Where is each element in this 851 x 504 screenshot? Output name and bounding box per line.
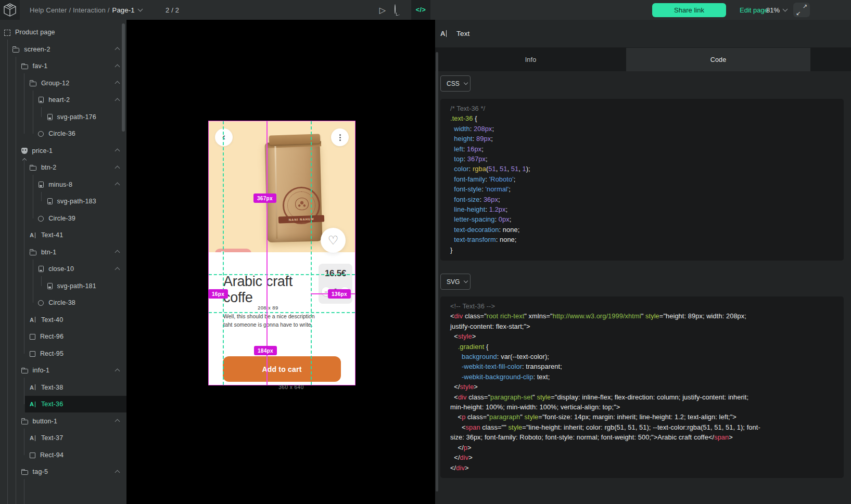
sidebar-item-heart-2[interactable]: heart-2 (0, 92, 126, 109)
text-layer-icon: A (440, 30, 447, 37)
frame-size-annotation: 360 x 640 (209, 384, 355, 390)
sidebar-scrollbar[interactable] (122, 23, 125, 132)
panel-scrollbar[interactable] (436, 52, 438, 492)
more-menu-button[interactable] (331, 128, 349, 146)
code-line: line-height: 1.2px; (450, 204, 834, 214)
chevron-up-icon[interactable] (115, 368, 120, 373)
layer-label: btn-1 (41, 249, 57, 256)
tab-code[interactable]: Code (626, 48, 810, 71)
sidebar-item-info-1[interactable]: info-1 (0, 362, 126, 379)
svg-format-select[interactable]: SVG (440, 274, 471, 290)
tab-bar-spacer (810, 48, 851, 71)
favorite-button[interactable]: ♡ (321, 228, 346, 253)
frame-icon (4, 30, 10, 36)
sidebar-item-svg-path-181[interactable]: svg-path-181 (0, 277, 126, 294)
sidebar-item-text-37[interactable]: AText-37 (0, 430, 126, 447)
chevron-up-icon[interactable] (115, 47, 120, 53)
inspect-panel: A Text Info Code CSS /* Text-36 */.text-… (435, 20, 851, 504)
layer-label: button-1 (33, 418, 57, 425)
chevron-up-icon[interactable] (115, 267, 120, 272)
sidebar-item-circle-38[interactable]: Circle-38 (0, 294, 126, 312)
sidebar-item-btn-2[interactable]: btn-2 (0, 159, 126, 176)
breadcrumb[interactable]: Help Center / Interaction / Page-1 (30, 0, 142, 20)
code-line: .gradient { (450, 342, 834, 352)
breadcrumb-prefix: Help Center / Interaction / (30, 6, 110, 14)
chevron-down-icon (463, 80, 467, 84)
chevron-up-icon[interactable] (115, 81, 120, 86)
measure-line (266, 121, 268, 385)
guide-line (223, 121, 224, 385)
sidebar-item-circle-36[interactable]: Circle-36 (0, 125, 126, 143)
sidebar-item-text-38[interactable]: AText-38 (0, 379, 126, 396)
sidebar-item-text-41[interactable]: AText-41 (0, 227, 126, 244)
layer-label: btn-2 (41, 164, 57, 171)
text-layer-icon: A (30, 435, 36, 442)
sidebar-item-btn-1[interactable]: btn-1 (0, 243, 126, 261)
sidebar-item-rect-94[interactable]: Rect-94 (0, 446, 126, 463)
layer-label: Group-12 (41, 80, 69, 87)
expand-icon: ↗ (803, 3, 807, 10)
layer-label: close-10 (48, 265, 74, 273)
chevron-up-icon[interactable] (115, 419, 120, 424)
fullscreen-button[interactable]: ↗ ↙ (793, 3, 810, 17)
code-line: size: 36px; font-family: Roboto; font-st… (450, 432, 834, 442)
coffee-bag-image: NANI NAHUM (263, 131, 325, 244)
sidebar-item-product page[interactable]: Product page (0, 24, 126, 41)
canvas[interactable]: NANI NAHUM ‹ Expresso ♡ Arabic craft cof… (126, 20, 435, 504)
layers-panel: Product pagescreen-2fav-1Group-12heart-2… (0, 20, 126, 504)
layer-label: svg-path-183 (57, 198, 96, 205)
sidebar-item-screen-2[interactable]: screen-2 (0, 41, 126, 58)
chevron-down-icon[interactable] (137, 6, 143, 11)
chevron-up-icon[interactable] (115, 149, 120, 154)
zoom-select[interactable]: 81% (766, 0, 787, 20)
breadcrumb-current[interactable]: Page-1 (112, 6, 135, 14)
edit-page-link[interactable]: Edit page (740, 0, 768, 20)
chevron-up-icon[interactable] (115, 64, 120, 69)
sidebar-item-price-1[interactable]: price-1 (0, 142, 126, 159)
css-format-select[interactable]: CSS (440, 75, 471, 92)
chevron-up-icon[interactable] (115, 98, 120, 103)
chevron-up-icon[interactable] (115, 470, 120, 475)
chevron-up-icon[interactable] (115, 165, 120, 171)
code-line: justify-content: flex-start;"> (450, 321, 834, 331)
chevron-up-icon[interactable] (115, 183, 120, 188)
play-button[interactable]: ▷ (375, 0, 390, 20)
sidebar-item-text-36[interactable]: AText-36 (0, 396, 126, 413)
code-line: .text-36 { (450, 113, 834, 123)
sidebar-item-tag-5[interactable]: tag-5 (0, 463, 126, 481)
sidebar-item-svg-path-176[interactable]: svg-path-176 (0, 108, 126, 125)
measure-badge: 184px (254, 346, 277, 355)
sidebar-item-circle-39[interactable]: Circle-39 (0, 210, 126, 227)
expand-icon: ↙ (796, 10, 801, 17)
circle-shape-icon (38, 131, 44, 137)
layer-label: heart-2 (48, 96, 70, 104)
tab-info[interactable]: Info (435, 48, 626, 71)
svg-code-block: <!-- Text-36 --><div class="root rich-te… (440, 296, 844, 478)
css-select-value: CSS (447, 80, 460, 87)
text-layer-icon: A (30, 316, 36, 323)
sidebar-item-rect-95[interactable]: Rect-95 (0, 345, 126, 362)
share-link-button[interactable]: Share link (652, 3, 726, 17)
sidebar-item-button-1[interactable]: button-1 (0, 412, 126, 430)
sidebar-item-rect-96[interactable]: Rect-96 (0, 328, 126, 345)
sidebar-item-close-10[interactable]: close-10 (0, 261, 126, 278)
rect-shape-icon (30, 351, 35, 357)
code-view-button[interactable]: </> (411, 0, 430, 20)
sidebar-item-fav-1[interactable]: fav-1 (0, 58, 126, 75)
comment-button[interactable] (395, 5, 406, 15)
sidebar-item-svg-path-183[interactable]: svg-path-183 (0, 193, 126, 210)
back-button[interactable]: ‹ (215, 128, 233, 146)
app-logo[interactable] (0, 0, 20, 20)
code-line: <div class="root rich-text" xmlns="http:… (450, 311, 834, 321)
code-line: <style> (450, 331, 834, 341)
layer-label: svg-path-176 (57, 113, 96, 121)
sidebar-item-group-12[interactable]: Group-12 (0, 74, 126, 92)
add-to-cart-button[interactable]: Add to cart (223, 356, 341, 382)
layer-label: Circle-39 (48, 215, 75, 222)
sidebar-item-minus-8[interactable]: minus-8 (0, 176, 126, 193)
chevron-up-icon[interactable] (115, 250, 120, 255)
device-frame[interactable]: NANI NAHUM ‹ Expresso ♡ Arabic craft cof… (209, 121, 355, 385)
sidebar-item-text-40[interactable]: AText-40 (0, 311, 126, 328)
layer-label: Rect-95 (40, 350, 63, 357)
code-line: font-family: 'Roboto'; (450, 174, 834, 184)
